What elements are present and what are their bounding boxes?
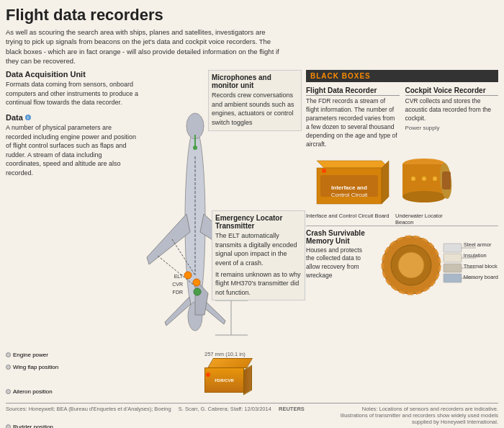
wing-flap-label: Wing flap position [6, 364, 139, 370]
content-area: Data Acquisition Unit Formats data comin… [6, 70, 498, 428]
recorder-illustrations: Interface and Control Circuit Interface … [306, 153, 498, 218]
engine-power-label: Engine power [6, 352, 139, 358]
wing-dot [6, 365, 11, 370]
black-boxes-header: BLACK BOXES [306, 70, 498, 82]
fdr-description: Flight Data Recorder The FDR records a s… [306, 86, 400, 148]
aileron-dot [6, 389, 11, 394]
data-title: Data i [6, 113, 139, 122]
svg-rect-36 [444, 264, 462, 272]
insulation-label: Insulation [464, 250, 498, 261]
svg-point-4 [193, 146, 197, 150]
svg-point-32 [398, 252, 424, 278]
aileron-label: Aileron position [6, 388, 139, 395]
footer-illustrations: Illustrations of transmitter and recorde… [340, 412, 498, 425]
svg-point-29 [433, 177, 437, 181]
cvr-title: Cockpit Voice Recorder [405, 86, 499, 96]
micro-title: Microphones and monitor unit [212, 73, 298, 89]
fdr-text: The FDR records a stream of flight infor… [306, 97, 400, 148]
interface-label: Interface and Control Circuit Board [306, 213, 392, 219]
dau-title: Data Acquisition Unit [6, 70, 139, 79]
header-section: Flight data recorders As well as scourin… [6, 6, 498, 66]
elt-title: Emergency Locator Transmitter [215, 214, 302, 230]
fdr-title: Flight Data Recorder [306, 86, 400, 96]
recorder-descriptions: Flight Data Recorder The FDR records a s… [306, 86, 498, 148]
footer-note: Notes: Locations of sensors and recorder… [340, 406, 498, 412]
svg-text:CVR: CVR [172, 282, 183, 287]
crash-text: Houses and protects the collected data t… [306, 246, 371, 281]
footer-left: Sources: Honeywell; BEA (Bureau d'Enquet… [6, 406, 305, 425]
crash-title: Crash Survivable Memory Unit [306, 229, 371, 245]
cvr-text: CVR collects and stores the acoustic dat… [405, 97, 499, 123]
brand-label: REUTERS [279, 406, 305, 412]
elt-text2: It remains unknown as to why flight MH37… [215, 270, 302, 298]
thermal-block-label: Thermal block [464, 261, 498, 272]
cvr-svg [395, 153, 453, 211]
engine-dot [6, 352, 11, 357]
power-supply-label: Power supply [405, 125, 499, 131]
right-panel: BLACK BOXES Flight Data Recorder The FDR… [306, 70, 498, 428]
divider [306, 226, 498, 226]
fdr-3d-box: 257 mm (10.1 in) FDR/CVR [204, 351, 251, 391]
fdr-svg: Interface and Control Circuit [306, 153, 392, 211]
memory-board-label: Memory board [464, 272, 498, 282]
elt-box: Emergency Locator Transmitter The ELT au… [212, 210, 305, 300]
cvr-illustration: Underwater Locator Beacon [395, 153, 453, 218]
svg-rect-35 [444, 254, 462, 262]
crash-section: Crash Survivable Memory Unit Houses and … [306, 229, 498, 303]
center-panel: Microphones and monitor unit Records cre… [143, 70, 302, 428]
svg-rect-37 [444, 274, 462, 282]
crash-description: Crash Survivable Memory Unit Houses and … [306, 229, 371, 303]
measurement-label: 257 mm (10.1 in) [204, 351, 251, 357]
dau-text: Formats data coming from sensors, onboar… [6, 80, 139, 107]
svg-point-9 [194, 288, 201, 295]
page-title: Flight data recorders [6, 6, 498, 24]
component-labels: Steel armor Insulation Thermal block Mem… [464, 239, 498, 282]
dau-section: Data Acquisition Unit Formats data comin… [6, 70, 139, 107]
svg-point-24 [402, 191, 446, 202]
svg-text:Interface and: Interface and [331, 184, 367, 191]
crash-illustration: Steel armor Insulation Thermal block Mem… [375, 229, 498, 303]
underwater-label: Underwater Locator Beacon [395, 213, 453, 226]
cvr-description: Cockpit Voice Recorder CVR collects and … [405, 86, 499, 148]
svg-point-7 [184, 272, 192, 279]
info-icon: i [25, 115, 31, 120]
microphones-box: Microphones and monitor unit Records cre… [208, 70, 302, 130]
svg-point-28 [422, 177, 426, 181]
svg-rect-34 [444, 244, 462, 252]
svg-text:FDR: FDR [173, 290, 183, 295]
footer-right: Notes: Locations of sensors and recorder… [340, 406, 498, 425]
fdr-illustration: Interface and Control Circuit Interface … [306, 153, 392, 218]
header-description: As well as scouring the search area with… [6, 27, 279, 66]
data-section: Data i A number of physical parameters a… [6, 113, 139, 178]
svg-point-27 [411, 177, 415, 181]
steel-armor-label: Steel armor [464, 239, 498, 250]
data-text: A number of physical parameters are reco… [6, 123, 139, 178]
footer: Sources: Honeywell; BEA (Bureau d'Enquet… [6, 403, 498, 425]
svg-text:ELT: ELT [174, 274, 184, 279]
sources-label: Sources: Honeywell; BEA (Bureau d'Enquet… [6, 406, 171, 412]
svg-text:Control Circuit: Control Circuit [331, 192, 368, 198]
main-container: Flight data recorders As well as scourin… [0, 0, 504, 428]
micro-text: Records crew conversations and ambient s… [212, 91, 298, 127]
elt-text1: The ELT automatically transmits a digita… [215, 231, 302, 267]
svg-point-19 [322, 169, 326, 173]
credit-label: S. Scarr, G. Cabrera; Staff: 12/03/2014 [179, 406, 271, 412]
svg-rect-26 [442, 171, 451, 190]
left-panel: Data Acquisition Unit Formats data comin… [6, 70, 139, 428]
svg-point-8 [193, 279, 200, 286]
